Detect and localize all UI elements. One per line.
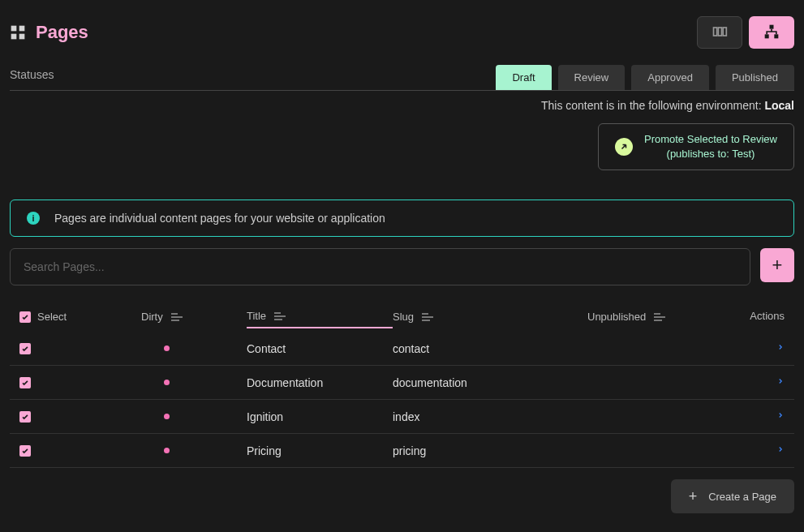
environment-name: Local: [764, 99, 794, 112]
plus-icon: +: [689, 489, 698, 504]
row-checkbox[interactable]: [19, 445, 31, 457]
select-all-checkbox[interactable]: [19, 311, 31, 323]
table-row: Ignition index: [10, 400, 794, 434]
dirty-indicator: [164, 414, 170, 419]
tab-approved[interactable]: Approved: [631, 65, 709, 90]
svg-rect-6: [723, 28, 726, 36]
statuses-label: Statuses: [10, 68, 54, 88]
dirty-indicator: [164, 380, 170, 385]
sort-icon: [171, 313, 183, 321]
chevron-right-icon[interactable]: [776, 444, 785, 457]
svg-rect-1: [19, 26, 25, 32]
row-title: Contact: [247, 342, 286, 355]
app-logo-icon: [10, 24, 26, 41]
svg-rect-8: [765, 34, 769, 38]
row-slug: documentation: [393, 376, 467, 389]
status-tabs: Draft Review Approved Published: [496, 65, 794, 90]
column-title-header[interactable]: Title: [247, 310, 393, 328]
environment-prefix: This content is in the following environ…: [541, 99, 764, 112]
pages-table: Select Dirty Title Slug Unpublished Acti…: [10, 302, 794, 468]
chevron-right-icon[interactable]: [776, 342, 785, 355]
column-slug-header[interactable]: Slug: [393, 310, 587, 324]
environment-info: This content is in the following environ…: [10, 99, 794, 112]
column-dirty-header[interactable]: Dirty: [141, 310, 247, 324]
hierarchy-icon: [763, 24, 780, 42]
svg-rect-4: [714, 28, 717, 36]
tree-view-button[interactable]: [749, 16, 794, 49]
row-slug: contact: [393, 342, 429, 355]
sort-icon: [274, 312, 286, 320]
column-dirty: Dirty: [141, 311, 163, 323]
create-page-button[interactable]: + Create a Page: [671, 479, 794, 513]
sort-icon: [422, 313, 433, 321]
row-checkbox[interactable]: [19, 411, 31, 423]
svg-rect-0: [11, 26, 17, 32]
dirty-indicator: [164, 345, 170, 351]
page-title: Pages: [36, 22, 88, 43]
view-toggle: [697, 16, 794, 49]
row-title: Pricing: [247, 444, 282, 457]
table-header: Select Dirty Title Slug Unpublished Acti…: [10, 302, 794, 332]
column-actions: Actions: [750, 310, 785, 322]
column-select: Select: [37, 311, 67, 323]
tab-draft[interactable]: Draft: [496, 65, 551, 90]
plus-icon: +: [772, 255, 783, 276]
promote-line2: (publishes to: Test): [667, 148, 755, 160]
table-row: Pricing pricing: [10, 434, 794, 468]
svg-rect-9: [774, 34, 778, 38]
column-unpublished: Unpublished: [587, 311, 646, 323]
row-slug: pricing: [393, 444, 426, 457]
promote-line1: Promote Selected to Review: [644, 133, 777, 145]
table-icon: [712, 24, 728, 42]
header-left: Pages: [10, 22, 88, 43]
info-banner: i Pages are individual content pages for…: [10, 200, 794, 237]
row-checkbox[interactable]: [19, 343, 31, 354]
row-title: Documentation: [247, 376, 323, 389]
create-label: Create a Page: [708, 491, 776, 503]
svg-rect-2: [11, 34, 17, 40]
svg-rect-5: [718, 28, 721, 36]
svg-rect-7: [770, 24, 774, 28]
arrow-outbound-icon: [615, 138, 633, 156]
tab-published[interactable]: Published: [716, 65, 794, 90]
add-button[interactable]: +: [760, 248, 794, 282]
table-row: Contact contact: [10, 332, 794, 366]
tab-review[interactable]: Review: [558, 65, 626, 90]
info-text: Pages are individual content pages for y…: [54, 212, 385, 225]
dirty-indicator: [164, 448, 170, 453]
chevron-right-icon[interactable]: [776, 376, 785, 389]
column-slug: Slug: [393, 311, 414, 323]
row-slug: index: [393, 410, 419, 423]
svg-rect-3: [19, 34, 25, 40]
info-icon: i: [27, 212, 40, 225]
promote-button[interactable]: Promote Selected to Review (publishes to…: [598, 123, 794, 170]
column-unpublished-header[interactable]: Unpublished: [587, 310, 725, 324]
sort-icon: [654, 313, 665, 321]
row-checkbox[interactable]: [19, 377, 31, 388]
chevron-right-icon[interactable]: [776, 410, 785, 423]
row-title: Ignition: [247, 410, 283, 423]
table-view-button[interactable]: [697, 16, 742, 49]
search-input[interactable]: [10, 248, 750, 285]
column-title: Title: [247, 310, 266, 322]
table-row: Documentation documentation: [10, 366, 794, 400]
